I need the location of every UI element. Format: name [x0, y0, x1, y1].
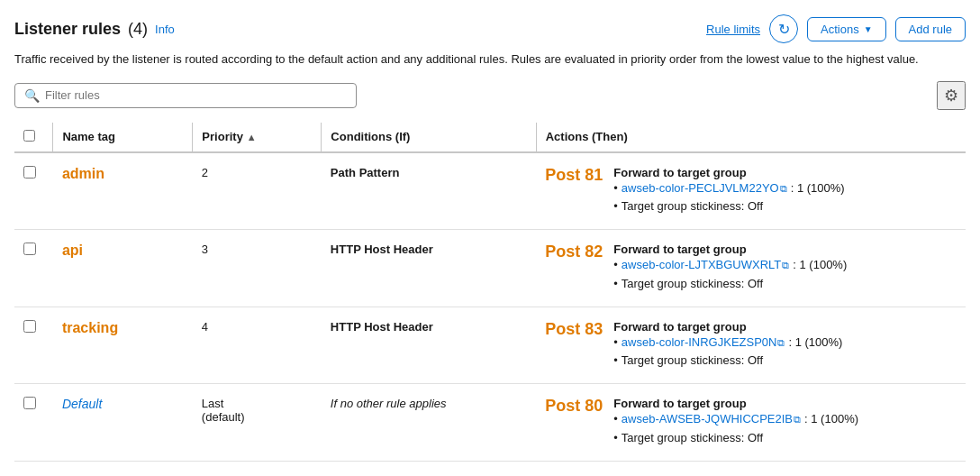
table-row: DefaultLast (default)If no other rule ap…: [14, 384, 966, 462]
target-group-link[interactable]: awseb-AWSEB-JQWHICCPE2IB⧉: [622, 410, 801, 429]
priority-cell: 4: [193, 307, 322, 384]
priority-value: 3: [202, 243, 208, 256]
name-tag-value: api: [62, 243, 83, 258]
row-checkbox[interactable]: [23, 166, 36, 178]
settings-icon-button[interactable]: ⚙: [937, 81, 966, 110]
priority-cell: 2: [193, 152, 322, 230]
bullet-dot: •: [613, 256, 618, 275]
forward-group: Forward to target group•awseb-color-INRG…: [613, 320, 842, 371]
forward-title: Forward to target group: [613, 243, 847, 256]
action-cell: Post 82Forward to target group•awseb-col…: [536, 230, 966, 307]
name-tag-cell: admin: [53, 152, 193, 230]
condition-value: HTTP Host Header: [331, 243, 433, 256]
name-tag-value: admin: [62, 166, 104, 181]
forward-group: Forward to target group•awseb-color-LJTX…: [613, 243, 847, 294]
tg-suffix: : 1 (100%): [804, 410, 858, 429]
gear-icon: ⚙: [944, 86, 958, 105]
row-checkbox[interactable]: [23, 397, 36, 409]
bullet-dot: •: [613, 410, 618, 429]
condition-value: HTTP Host Header: [331, 320, 433, 334]
actions-button[interactable]: Actions ▼: [807, 17, 886, 41]
row-checkbox[interactable]: [23, 320, 36, 333]
refresh-button[interactable]: ↻: [769, 14, 798, 43]
action-cell: Post 83Forward to target group•awseb-col…: [536, 307, 966, 384]
search-bar-container: 🔍 ⚙: [14, 81, 966, 110]
bullet-dot: •: [613, 197, 618, 216]
tg-bullet: •awseb-color-INRGJKEZSP0N⧉: 1 (100%): [613, 334, 842, 352]
target-group-link[interactable]: awseb-color-PECLJVLM22YO⧉: [622, 179, 787, 198]
page-title: Listener rules: [14, 20, 121, 39]
chevron-down-icon: ▼: [864, 24, 873, 34]
target-group-link[interactable]: awseb-color-LJTXBGUWXRLT⧉: [622, 256, 789, 275]
stickiness-bullet: •Target group stickiness: Off: [613, 275, 847, 294]
forward-group: Forward to target group•awseb-color-PECL…: [613, 166, 844, 217]
header-right: Rule limits ↻ Actions ▼ Add rule: [706, 14, 966, 43]
page-header: Listener rules (4) Info Rule limits ↻ Ac…: [14, 14, 966, 43]
post-label: Post 80: [545, 397, 603, 416]
external-link-icon: ⧉: [794, 414, 801, 425]
tg-suffix: : 1 (100%): [788, 334, 842, 352]
th-actions: Actions (Then): [536, 123, 966, 152]
rules-table: Name tag Priority ▲ Conditions (If) Acti…: [14, 123, 966, 462]
tg-bullet: •awseb-AWSEB-JQWHICCPE2IB⧉: 1 (100%): [613, 410, 858, 429]
stickiness-text: Target group stickiness: Off: [622, 197, 763, 216]
actions-label: Actions: [821, 23, 859, 36]
bullet-dot: •: [613, 334, 618, 352]
forward-title: Forward to target group: [613, 166, 844, 179]
info-link[interactable]: Info: [155, 23, 175, 36]
action-right: Post 82Forward to target group•awseb-col…: [545, 243, 957, 294]
count-badge: (4): [128, 20, 148, 39]
row-checkbox-cell: [14, 307, 53, 384]
row-checkbox-cell: [14, 230, 53, 307]
select-all-checkbox[interactable]: [23, 130, 35, 142]
table-row: admin2Path PatternPost 81Forward to targ…: [14, 152, 966, 230]
tg-suffix: : 1 (100%): [793, 256, 847, 275]
stickiness-text: Target group stickiness: Off: [622, 275, 763, 294]
condition-value: Path Pattern: [331, 166, 400, 179]
action-cell: Post 81Forward to target group•awseb-col…: [536, 152, 966, 230]
post-label: Post 82: [545, 243, 603, 261]
forward-group: Forward to target group•awseb-AWSEB-JQWH…: [613, 397, 858, 448]
sort-asc-icon: ▲: [247, 132, 257, 142]
priority-value: Last (default): [202, 397, 245, 424]
action-right: Post 80Forward to target group•awseb-AWS…: [545, 397, 957, 448]
forward-title: Forward to target group: [613, 320, 842, 334]
condition-cell: HTTP Host Header: [322, 307, 536, 384]
external-link-icon: ⧉: [782, 260, 789, 270]
bullet-dot: •: [613, 352, 618, 371]
search-input[interactable]: [45, 88, 347, 102]
name-tag-value: tracking: [62, 320, 118, 335]
condition-cell: HTTP Host Header: [322, 230, 536, 307]
tg-bullet: •awseb-color-LJTXBGUWXRLT⧉: 1 (100%): [613, 256, 847, 275]
search-icon: 🔍: [24, 88, 40, 103]
header-left: Listener rules (4) Info: [14, 20, 175, 39]
action-cell: Post 80Forward to target group•awseb-AWS…: [536, 384, 966, 462]
table-header-row: Name tag Priority ▲ Conditions (If) Acti…: [14, 123, 966, 152]
row-checkbox-cell: [14, 152, 53, 230]
forward-title: Forward to target group: [613, 397, 858, 410]
stickiness-bullet: •Target group stickiness: Off: [613, 352, 842, 371]
tg-suffix: : 1 (100%): [791, 179, 845, 198]
condition-cell: Path Pattern: [322, 152, 536, 230]
post-label: Post 83: [545, 320, 603, 339]
rule-limits-link[interactable]: Rule limits: [706, 23, 760, 36]
add-rule-button[interactable]: Add rule: [895, 17, 966, 41]
stickiness-text: Target group stickiness: Off: [622, 352, 763, 371]
stickiness-bullet: •Target group stickiness: Off: [613, 429, 858, 448]
refresh-icon: ↻: [778, 21, 790, 38]
action-right: Post 81Forward to target group•awseb-col…: [545, 166, 957, 217]
external-link-icon: ⧉: [777, 337, 785, 348]
table-row: api3HTTP Host HeaderPost 82Forward to ta…: [14, 230, 966, 307]
th-select-all: [14, 123, 53, 152]
bullet-dot: •: [613, 429, 618, 448]
post-label: Post 81: [545, 166, 603, 185]
tg-bullet: •awseb-color-PECLJVLM22YO⧉: 1 (100%): [613, 179, 844, 198]
priority-value: 4: [202, 320, 208, 334]
name-tag-cell: tracking: [53, 307, 193, 384]
priority-cell: Last (default): [193, 384, 322, 462]
name-tag-value[interactable]: Default: [62, 397, 102, 411]
name-tag-cell: Default: [53, 384, 193, 462]
target-group-link[interactable]: awseb-color-INRGJKEZSP0N⧉: [622, 334, 785, 352]
search-input-wrapper: 🔍: [14, 83, 357, 108]
row-checkbox[interactable]: [23, 243, 36, 255]
